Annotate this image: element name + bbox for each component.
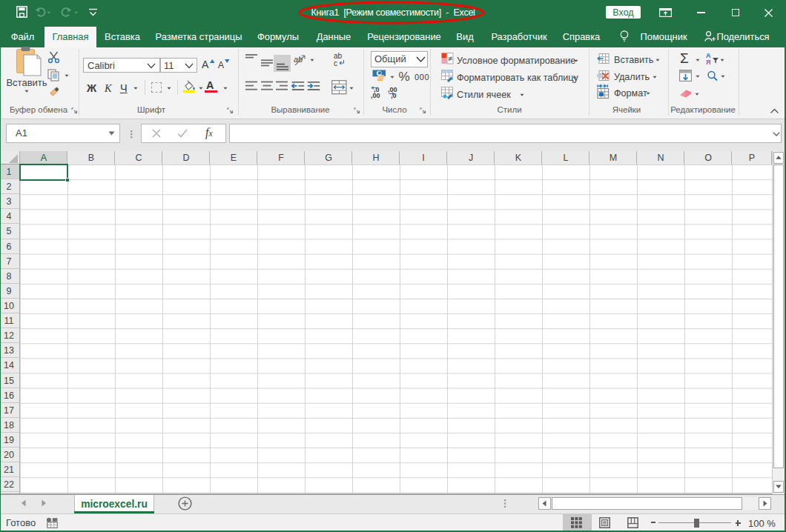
svg-text:Я: Я <box>706 59 710 66</box>
svg-text:≠: ≠ <box>448 54 452 63</box>
svg-text:c: c <box>334 59 337 67</box>
svg-text:,00: ,00 <box>371 92 380 99</box>
